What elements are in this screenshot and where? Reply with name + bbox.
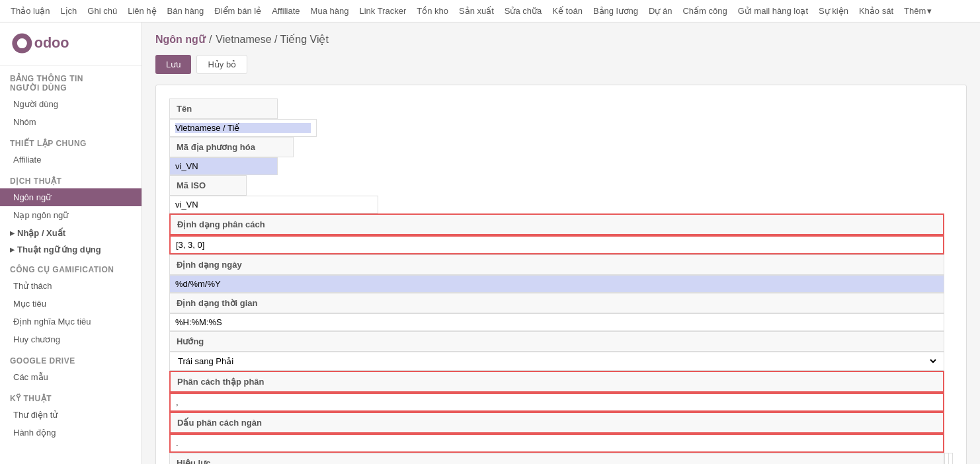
value-ma-dia-phuong-hoa[interactable] [169,157,278,175]
breadcrumb: Ngôn ngữ / Vietnamese / Tiếng Việt [155,33,967,46]
label-ten: Tên [169,98,278,119]
sidebar-section-ky-thuat: Kỹ thuật Thư điện tử Hành động [0,386,142,442]
value-dinh-dang-thoi-gian[interactable] [169,313,944,331]
chevron-right-icon: ▸ [10,245,15,254]
sidebar-item-dinh-nghia-muc-tieu[interactable]: Định nghĩa Mục tiêu [0,313,142,330]
nav-ban-hang[interactable]: Bán hàng [162,0,210,22]
sidebar-group-thuat-ngu[interactable]: ▸ Thuật ngữ ứng dụng [0,241,142,257]
nav-bang-luong[interactable]: Bảng lương [588,0,643,22]
cancel-button[interactable]: Hủy bỏ [196,55,247,74]
chevron-right-icon: ▸ [10,228,15,238]
sidebar-section-gamification: Công cụ Gamification Thử thách Mục tiêu … [0,257,142,348]
sidebar-item-hanh-dong[interactable]: Hành động [0,424,142,442]
nav-ke-toan[interactable]: Kế toán [547,0,588,22]
sidebar-item-muc-tieu[interactable]: Mục tiêu [0,295,142,313]
nav-cham-cong[interactable]: Chấm công [677,0,732,22]
sidebar-item-nguoi-dung[interactable]: Người dùng [0,95,142,113]
input-dinh-dang-thoi-gian[interactable] [175,317,938,327]
nav-khao-sat[interactable]: Khảo sát [854,0,899,22]
breadcrumb-parent-link[interactable]: Ngôn ngữ [155,33,205,46]
input-dinh-dang-phan-cach[interactable] [176,240,938,250]
empty-cell-2 [948,453,952,464]
main-content: Ngôn ngữ / Vietnamese / Tiếng Việt Lưu H… [142,22,980,464]
sidebar-item-nap-ngon-ngu[interactable]: Nạp ngôn ngữ [0,206,142,224]
label-phan-cach-thap-phan: Phân cách thập phân [169,371,944,393]
sidebar-section-dich-thuat: Dịch thuật Ngôn ngữ Nạp ngôn ngữ [0,169,142,224]
sidebar-section-thuat-ngu: ▸ Thuật ngữ ứng dụng [0,241,142,257]
value-dinh-dang-phan-cach[interactable] [169,235,944,254]
breadcrumb-separator: / [209,34,212,46]
input-ma-dia-phuong-hoa[interactable] [175,161,272,171]
nav-ton-kho[interactable]: Tồn kho [411,0,454,22]
label-ma-dia-phuong-hoa: Mã địa phương hóa [169,137,294,157]
input-dau-phan-cach-ngan[interactable] [176,438,938,448]
sidebar-item-affiliate[interactable]: Affiliate [0,151,142,169]
form-row-ten: Tên Mã địa phương hóa Mã ISO [169,98,953,213]
sidebar-section-nhap-xuat: ▸ Nhập / Xuất [0,224,142,241]
svg-text:odoo: odoo [34,34,69,51]
nav-link-tracker[interactable]: Link Tracker [354,0,411,22]
value-ma-iso[interactable] [169,196,378,213]
sidebar-section-user-dashboard: Bảng thông tin Người dùng Người dùng Nhó… [0,66,142,131]
input-dinh-dang-ngay[interactable] [175,279,938,289]
value-huong[interactable]: Trái sang Phải Phải sang Trái [169,352,944,371]
sidebar-item-ngon-ngu[interactable]: Ngôn ngữ [0,188,142,206]
sidebar-item-cac-mau[interactable]: Các mẫu [0,368,142,386]
sidebar-item-nhom[interactable]: Nhóm [0,113,142,131]
select-huong[interactable]: Trái sang Phải Phải sang Trái [175,356,938,367]
sidebar-item-huy-chuong[interactable]: Huy chương [0,330,142,348]
sidebar: odoo Bảng thông tin Người dùng Người dùn… [0,22,142,464]
nav-gui-mail[interactable]: Gửi mail hàng loạt [733,0,813,22]
sidebar-item-thu-thach[interactable]: Thử thách [0,277,142,295]
label-ma-iso: Mã ISO [169,175,247,196]
sidebar-section-thiet-lap: Thiết lập chung Affiliate [0,131,142,169]
form-row-huong: Hướng Trái sang Phải Phải sang Trái Phân… [169,331,953,453]
label-huong: Hướng [169,331,944,352]
top-navigation: Thảo luận Lịch Ghi chú Liên hệ Bán hàng … [0,0,980,22]
sidebar-item-thu-dien-tu[interactable]: Thư điện tử [0,406,142,424]
sidebar-group-nhap-xuat[interactable]: ▸ Nhập / Xuất [0,224,142,241]
label-dinh-dang-phan-cach: Định dạng phân cách [169,213,944,235]
form-card: Tên Mã địa phương hóa Mã ISO [155,85,967,464]
nav-them[interactable]: Thêm ▾ [899,0,937,22]
odoo-logo-icon: odoo [10,30,76,57]
nav-lien-he[interactable]: Liên hệ [122,0,161,22]
value-dau-phan-cach-ngan[interactable] [169,434,944,453]
form-row-dinh-dang: Định dạng phân cách Định dạng ngày Định … [169,213,953,331]
logo: odoo [0,22,142,66]
value-ten[interactable] [169,119,317,137]
chevron-down-icon: ▾ [927,0,932,22]
svg-point-1 [17,38,27,48]
value-phan-cach-thap-phan[interactable] [169,393,944,412]
nav-thao-luan[interactable]: Thảo luận [5,0,55,22]
nav-du-an[interactable]: Dự án [643,0,677,22]
value-dinh-dang-ngay[interactable] [169,275,944,293]
nav-lich[interactable]: Lịch [55,0,82,22]
form-table: Tên Mã địa phương hóa Mã ISO [169,98,953,464]
input-ma-iso[interactable] [175,200,372,210]
save-button[interactable]: Lưu [155,55,191,74]
label-hieu-luc: Hiệu lực [169,453,944,464]
label-dinh-dang-ngay: Định dạng ngày [169,254,944,275]
nav-san-xuat[interactable]: Sản xuất [454,0,499,22]
input-ten[interactable] [175,123,311,133]
nav-sua-chua[interactable]: Sửa chữa [499,0,547,22]
nav-mua-hang[interactable]: Mua hàng [306,0,354,22]
nav-diem-ban-le[interactable]: Điểm bán lẻ [209,0,266,22]
breadcrumb-current: Vietnamese / Tiếng Việt [216,33,329,46]
input-phan-cach-thap-phan[interactable] [176,397,938,407]
toolbar: Lưu Hủy bỏ [155,55,967,74]
nav-su-kien[interactable]: Sự kiện [813,0,854,22]
nav-affiliate[interactable]: Affiliate [266,0,305,22]
sidebar-section-google-drive: Google Drive Các mẫu [0,348,142,386]
label-dau-phan-cach-ngan: Dấu phân cách ngàn [169,412,944,434]
form-row-hieu-luc: Hiệu lực Có thể dịch [169,453,953,464]
nav-ghi-chu[interactable]: Ghi chú [82,0,122,22]
label-dinh-dang-thoi-gian: Định dạng thời gian [169,293,944,313]
